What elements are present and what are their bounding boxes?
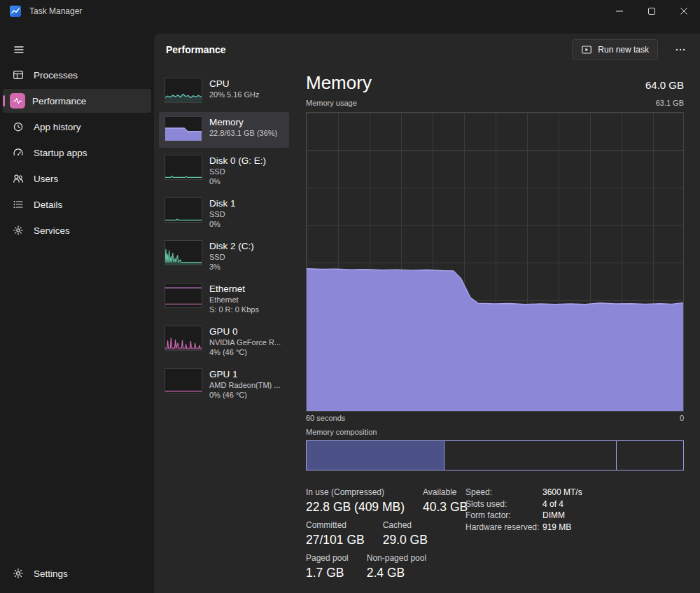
sidebar-item-services[interactable]: Services bbox=[3, 218, 151, 242]
perf-item-name: Disk 0 (G: E:) bbox=[209, 155, 266, 167]
memory-usage-graph bbox=[306, 112, 684, 412]
detail-label: Hardware reserved: bbox=[465, 523, 542, 533]
settings-gear-icon bbox=[13, 568, 24, 579]
performance-pane: Performance Run new task bbox=[154, 34, 700, 593]
run-new-task-button[interactable]: Run new task bbox=[572, 39, 658, 60]
perf-item-name: GPU 1 bbox=[209, 368, 280, 380]
perf-item-disk0[interactable]: Disk 0 (G: E:) SSD 0% bbox=[159, 151, 289, 190]
close-icon bbox=[680, 8, 687, 15]
stat-value: 2.4 GB bbox=[367, 565, 426, 580]
sidebar-item-users[interactable]: Users bbox=[3, 167, 151, 190]
perf-item-name: GPU 0 bbox=[209, 326, 281, 337]
disk0-mini-graph bbox=[164, 155, 202, 180]
sidebar-item-startup-apps[interactable]: Startup apps bbox=[3, 141, 151, 165]
perf-item-name: Memory bbox=[209, 116, 277, 128]
perf-item-disk2[interactable]: Disk 2 (C:) SSD 3% bbox=[159, 236, 289, 276]
stat-label: Cached bbox=[383, 520, 428, 530]
sidebar: Processes Performance App history S bbox=[0, 22, 154, 593]
sidebar-item-label: Users bbox=[34, 174, 58, 184]
window-title: Task Manager bbox=[29, 6, 82, 16]
perf-item-sub: SSD bbox=[209, 209, 236, 219]
perf-item-sub: 20% 5.16 GHz bbox=[209, 90, 260, 99]
minimize-button[interactable] bbox=[603, 0, 636, 22]
detail-value: 4 of 4 bbox=[542, 500, 582, 510]
sidebar-item-label: Processes bbox=[34, 70, 78, 81]
task-manager-app-icon bbox=[10, 6, 21, 17]
stat-value: 22.8 GB (409 MB) bbox=[306, 499, 405, 515]
close-button[interactable] bbox=[668, 0, 700, 22]
stat-available: Available 40.3 GB bbox=[423, 487, 468, 515]
perf-item-sub: Ethernet bbox=[209, 295, 259, 305]
perf-item-sub2: 0% bbox=[209, 176, 266, 186]
detail-value: DIMM bbox=[542, 511, 582, 521]
memory-graph-area bbox=[307, 113, 683, 411]
perf-item-sub: NVIDIA GeForce R... bbox=[209, 337, 281, 347]
stat-nonpaged-pool: Non-paged pool 2.4 GB bbox=[367, 553, 426, 580]
more-options-button[interactable] bbox=[669, 39, 692, 60]
performance-icon bbox=[10, 93, 25, 109]
navigation-menu-button[interactable] bbox=[7, 39, 31, 60]
perf-item-ethernet[interactable]: Ethernet Ethernet S: 0 R: 0 Kbps bbox=[159, 279, 289, 319]
sidebar-item-label: Startup apps bbox=[34, 148, 88, 158]
perf-item-sub: SSD bbox=[209, 167, 266, 176]
app-history-icon bbox=[13, 121, 24, 132]
memory-composition-label: Memory composition bbox=[306, 427, 684, 437]
processes-icon bbox=[13, 69, 24, 81]
detail-label: Form factor: bbox=[465, 511, 542, 521]
detail-value: 919 MB bbox=[542, 523, 582, 533]
sidebar-item-app-history[interactable]: App history bbox=[3, 115, 151, 139]
stat-label: In use (Compressed) bbox=[306, 487, 405, 497]
detail-label: Slots used: bbox=[465, 500, 542, 510]
users-icon bbox=[13, 173, 24, 184]
services-icon bbox=[13, 225, 24, 236]
perf-item-name: Disk 2 (C:) bbox=[209, 240, 254, 252]
maximize-button[interactable] bbox=[636, 0, 668, 22]
composition-segment-in-use bbox=[307, 441, 444, 470]
stat-value: 1.7 GB bbox=[306, 565, 349, 580]
stat-label: Paged pool bbox=[306, 553, 349, 563]
sidebar-item-processes[interactable]: Processes bbox=[3, 63, 151, 87]
stat-value: 27/101 GB bbox=[306, 532, 365, 547]
memory-mini-graph bbox=[164, 116, 202, 141]
memory-title: Memory bbox=[306, 71, 372, 94]
x-axis-left-label: 60 seconds bbox=[306, 413, 345, 423]
ethernet-mini-graph bbox=[164, 283, 202, 308]
page-title: Performance bbox=[166, 44, 226, 55]
disk1-mini-graph bbox=[164, 197, 202, 223]
composition-segment-standby bbox=[444, 441, 617, 470]
stat-label: Committed bbox=[306, 520, 365, 530]
sidebar-item-settings[interactable]: Settings bbox=[3, 561, 151, 586]
settings-label: Settings bbox=[34, 568, 68, 579]
window-controls bbox=[603, 0, 700, 22]
detail-label: Speed: bbox=[465, 488, 542, 498]
stat-cached: Cached 29.0 GB bbox=[383, 520, 428, 547]
perf-item-sub2: 0% bbox=[209, 219, 236, 229]
perf-item-sub: AMD Radeon(TM) ... bbox=[209, 380, 280, 390]
perf-item-cpu[interactable]: CPU 20% 5.16 GHz bbox=[159, 74, 289, 109]
sidebar-item-details[interactable]: Details bbox=[3, 193, 151, 216]
memory-scale-max: 63.1 GB bbox=[656, 98, 684, 108]
sidebar-item-label: App history bbox=[34, 122, 81, 132]
sidebar-item-label: Details bbox=[34, 200, 62, 210]
sidebar-item-label: Performance bbox=[32, 96, 86, 106]
perf-item-gpu0[interactable]: GPU 0 NVIDIA GeForce R... 4% (46 °C) bbox=[159, 321, 289, 361]
pane-header: Performance Run new task bbox=[154, 34, 700, 66]
perf-item-memory[interactable]: Memory 22.8/63.1 GB (36%) bbox=[159, 112, 289, 148]
memory-composition-bar bbox=[306, 440, 684, 470]
ellipsis-icon bbox=[675, 44, 686, 55]
minimize-icon bbox=[616, 8, 623, 15]
stat-label: Available bbox=[423, 487, 468, 497]
stat-label: Non-paged pool bbox=[367, 553, 426, 563]
perf-item-sub2: 4% (46 °C) bbox=[209, 347, 281, 357]
task-manager-window: Task Manager Processes bbox=[0, 0, 700, 593]
perf-item-gpu1[interactable]: GPU 1 AMD Radeon(TM) ... 0% (46 °C) bbox=[159, 364, 289, 404]
gpu1-mini-graph bbox=[164, 368, 202, 393]
composition-segment-free bbox=[617, 441, 683, 470]
sidebar-item-performance[interactable]: Performance bbox=[3, 89, 151, 113]
memory-stats: In use (Compressed) 22.8 GB (409 MB) Ava… bbox=[306, 487, 684, 580]
hamburger-icon bbox=[13, 44, 24, 55]
stat-in-use: In use (Compressed) 22.8 GB (409 MB) bbox=[306, 487, 405, 515]
memory-total-capacity: 64.0 GB bbox=[645, 74, 684, 97]
perf-item-disk1[interactable]: Disk 1 SSD 0% bbox=[159, 193, 289, 233]
memory-hardware-details: Speed: 3600 MT/s Slots used: 4 of 4 Form… bbox=[465, 488, 582, 532]
